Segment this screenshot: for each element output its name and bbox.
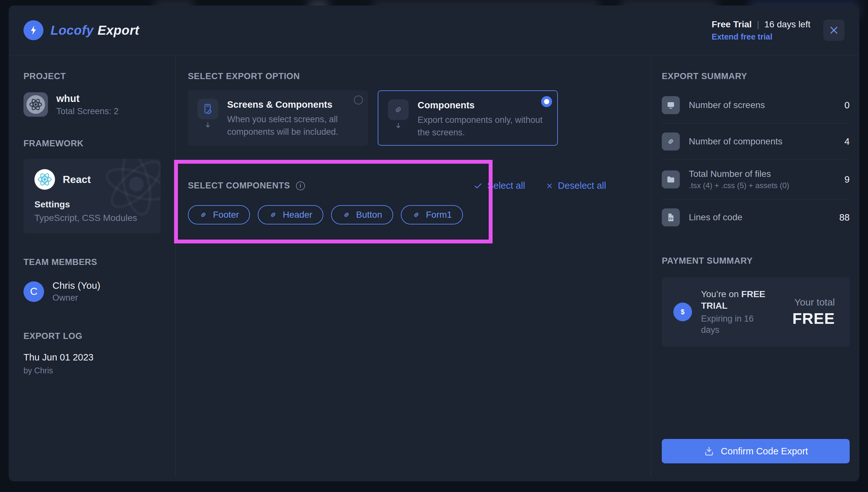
export-summary-heading: EXPORT SUMMARY	[662, 71, 850, 81]
framework-heading: FRAMEWORK	[23, 139, 161, 149]
component-pill-label: Header	[283, 210, 312, 220]
trial-plan-label: Free Trial	[712, 19, 752, 30]
brand-suffix: Export	[97, 23, 139, 37]
components-icon-tile	[388, 99, 409, 120]
x-icon	[546, 182, 553, 190]
total-label: Your total	[792, 297, 835, 308]
framework-settings-value: TypeScript, CSS Modules	[34, 213, 150, 223]
option-content: Screens & Components When you select scr…	[197, 99, 358, 138]
team-members-heading: TEAM MEMBERS	[23, 257, 161, 267]
total-value: FREE	[792, 310, 835, 327]
extend-trial-link[interactable]: Extend free trial	[712, 32, 811, 42]
react-atom-icon	[29, 97, 43, 112]
close-button[interactable]	[823, 20, 845, 41]
summary-label: Total Number of files	[689, 169, 839, 179]
plan-status: You’re on FREE TRIAL	[701, 289, 767, 312]
svg-text:$: $	[681, 309, 684, 316]
option-title: Screens & Components	[227, 99, 356, 110]
main-panel: SELECT EXPORT OPTION	[175, 55, 651, 476]
locofy-brand: LocofyExport	[23, 20, 139, 40]
component-pill-label: Footer	[213, 210, 239, 220]
option-texts: Screens & Components When you select scr…	[227, 99, 356, 138]
link-icon	[269, 210, 278, 219]
summary-row-text: Number of components	[689, 136, 839, 147]
payment-total: Your total FREE	[792, 297, 838, 327]
folder-icon-tile	[662, 170, 680, 189]
trial-info: Free Trial | 16 days left Extend free tr…	[712, 19, 811, 42]
member-meta: Chris (You) Owner	[52, 280, 100, 303]
confirm-code-export-button[interactable]: Confirm Code Export	[662, 439, 850, 463]
link-icon	[666, 137, 676, 146]
summary-row-components: Number of components 4	[662, 123, 850, 160]
payment-summary-heading: PAYMENT SUMMARY	[662, 256, 850, 266]
react-logo-badge	[34, 169, 55, 190]
framework-card: React Settings TypeScript, CSS Modules	[23, 159, 161, 233]
component-pill-footer[interactable]: Footer	[188, 205, 250, 224]
plan-expiry: Expiring in 16 days	[701, 313, 767, 336]
dimmed-background: LocofyExport Free Trial | 16 days left E…	[0, 0, 868, 492]
option-description: When you select screens, all components …	[227, 113, 356, 138]
project-total-screens: Total Screens: 2	[56, 106, 119, 116]
radio-unselected[interactable]	[354, 96, 363, 104]
option-screens-and-components[interactable]: Screens & Components When you select scr…	[188, 90, 368, 146]
framework-settings-label: Settings	[34, 199, 150, 210]
react-badge	[26, 95, 45, 114]
dialog-header: LocofyExport Free Trial | 16 days left E…	[9, 5, 859, 55]
selection-links: Select all Deselect all	[474, 180, 606, 191]
export-option-cards: Screens & Components When you select scr…	[188, 90, 638, 146]
summary-label: Number of screens	[689, 100, 839, 110]
confirm-button-label: Confirm Code Export	[721, 446, 808, 457]
deselect-all-label: Deselect all	[558, 180, 606, 191]
summary-row-text: Number of screens	[689, 100, 839, 110]
export-summary-rows: Number of screens 0 Number of components	[662, 87, 850, 236]
member-name: Chris (You)	[52, 280, 100, 291]
component-pills: Footer Header Button	[188, 205, 638, 224]
summary-value: 88	[839, 212, 850, 223]
member-role: Owner	[52, 293, 100, 303]
component-pill-form1[interactable]: Form1	[401, 205, 463, 224]
component-pill-button[interactable]: Button	[331, 205, 393, 224]
summary-label: Number of components	[689, 136, 839, 147]
trial-days-left: 16 days left	[765, 19, 811, 30]
option-components-only[interactable]: Components Export components only, witho…	[378, 90, 558, 146]
payment-summary-card: $ You’re on FREE TRIAL Expiring in 16 da…	[662, 277, 850, 347]
option-description: Export components only, without the scre…	[417, 114, 546, 139]
summary-label: Lines of code	[689, 212, 834, 223]
locofy-logo-icon	[23, 20, 43, 40]
brand-title: LocofyExport	[50, 23, 139, 38]
project-heading: PROJECT	[23, 71, 161, 81]
export-log-author: by Chris	[23, 366, 161, 375]
component-pill-label: Button	[356, 210, 382, 220]
react-atom-icon	[37, 172, 52, 187]
summary-row-lines: Lines of code 88	[662, 199, 850, 236]
select-all-link[interactable]: Select all	[474, 180, 525, 191]
link-icon	[393, 104, 404, 115]
dialog-body: PROJECT	[9, 55, 859, 476]
deselect-all-link[interactable]: Deselect all	[546, 180, 606, 191]
summary-value: 4	[845, 136, 850, 147]
select-all-label: Select all	[487, 180, 525, 191]
select-components-row: SELECT COMPONENTS i Select all	[188, 180, 638, 191]
close-icon	[829, 25, 839, 35]
dollar-sign-icon: $	[677, 306, 688, 317]
trial-status-line: Free Trial | 16 days left	[712, 19, 811, 30]
component-pill-header[interactable]: Header	[258, 205, 323, 224]
link-icon	[342, 210, 351, 219]
team-member-row: C Chris (You) Owner	[23, 280, 161, 303]
option-content: Components Export components only, witho…	[388, 99, 548, 139]
select-export-option-heading: SELECT EXPORT OPTION	[188, 71, 638, 81]
link-icon	[412, 210, 421, 219]
dollar-icon: $	[673, 302, 692, 321]
folder-icon	[666, 175, 676, 184]
summary-row-text: Lines of code	[689, 212, 834, 223]
sidebar: PROJECT	[9, 55, 175, 476]
arrow-down-icon	[204, 121, 212, 129]
framework-row: React	[34, 169, 150, 190]
project-row: whut Total Screens: 2	[23, 92, 161, 117]
export-log-date: Thu Jun 01 2023	[23, 352, 161, 363]
summary-panel: EXPORT SUMMARY Number of screens 0	[651, 55, 859, 476]
select-components-heading-group: SELECT COMPONENTS i	[188, 181, 305, 191]
export-log-heading: EXPORT LOG	[23, 331, 161, 341]
info-icon[interactable]: i	[296, 181, 305, 190]
radio-selected[interactable]	[541, 96, 552, 107]
